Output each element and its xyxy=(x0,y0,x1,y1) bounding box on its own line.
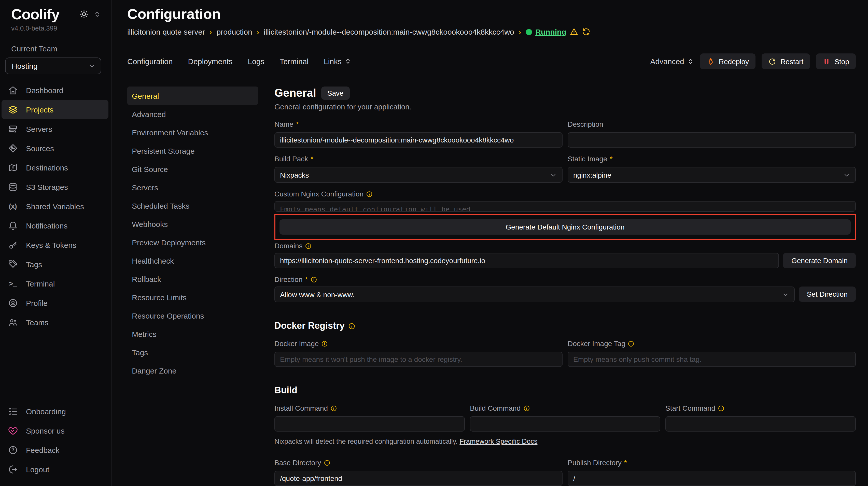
breadcrumb-environment[interactable]: production xyxy=(217,28,252,36)
build-pack-select[interactable]: Nixpacks xyxy=(274,167,562,183)
info-icon[interactable] xyxy=(310,276,317,283)
info-icon[interactable] xyxy=(324,459,331,466)
sidebar-item-profile[interactable]: Profile xyxy=(2,293,108,313)
stop-button[interactable]: Stop xyxy=(816,54,856,69)
sidebar-item-shared-variables[interactable]: (x) Shared Variables xyxy=(2,196,108,216)
layers-icon xyxy=(8,105,18,114)
subnav-healthcheck[interactable]: Healthcheck xyxy=(127,251,258,270)
sidebar-item-onboarding[interactable]: Onboarding xyxy=(2,401,108,421)
domains-input[interactable] xyxy=(274,253,779,268)
status-badge[interactable]: Running xyxy=(535,28,566,36)
user-circle-icon xyxy=(8,298,18,307)
advanced-menu[interactable]: Advanced xyxy=(650,57,694,66)
subnav-persistent-storage[interactable]: Persistent Storage xyxy=(127,141,258,160)
breadcrumb-project[interactable]: illicitonion quote server xyxy=(127,28,205,36)
current-team-label: Current Team xyxy=(0,44,111,53)
direction-select[interactable]: Allow www & non-www. xyxy=(274,287,795,302)
restart-button[interactable]: Restart xyxy=(762,54,810,69)
subnav-rollback[interactable]: Rollback xyxy=(127,270,258,288)
tab-logs[interactable]: Logs xyxy=(248,57,265,66)
sidebar-collapse-icon[interactable] xyxy=(94,11,101,18)
direction-value: Allow www & non-www. xyxy=(280,290,354,298)
framework-docs-link[interactable]: Framework Specific Docs xyxy=(460,438,537,445)
subnav-environment-variables[interactable]: Environment Variables xyxy=(127,123,258,141)
section-heading-general: General xyxy=(274,87,316,100)
set-direction-button[interactable]: Set Direction xyxy=(799,287,856,302)
info-icon[interactable] xyxy=(348,322,355,329)
name-input[interactable] xyxy=(274,132,562,148)
redeploy-button[interactable]: Redeploy xyxy=(700,54,755,69)
warning-icon[interactable] xyxy=(570,28,579,36)
domains-label: Domains xyxy=(274,242,303,250)
subnav-advanced[interactable]: Advanced xyxy=(127,105,258,123)
info-icon[interactable] xyxy=(321,340,328,347)
subnav-general[interactable]: General xyxy=(127,87,258,105)
refresh-icon[interactable] xyxy=(582,28,591,36)
main-area: Configuration illicitonion quote server … xyxy=(112,0,868,486)
generate-domain-button[interactable]: Generate Domain xyxy=(783,253,856,268)
theme-sun-icon[interactable] xyxy=(80,10,89,19)
advanced-label: Advanced xyxy=(650,57,684,66)
checklist-icon xyxy=(8,407,18,416)
start-command-input[interactable] xyxy=(665,416,856,431)
subnav-resource-limits[interactable]: Resource Limits xyxy=(127,288,258,306)
info-icon[interactable] xyxy=(523,405,530,412)
sidebar-item-destinations[interactable]: Destinations xyxy=(2,158,108,177)
info-icon[interactable] xyxy=(305,242,312,249)
sidebar-item-tags[interactable]: Tags xyxy=(2,254,108,274)
sidebar-item-keys-tokens[interactable]: Keys & Tokens xyxy=(2,235,108,254)
info-icon[interactable] xyxy=(331,405,337,412)
subnav-servers[interactable]: Servers xyxy=(127,178,258,196)
git-source-icon xyxy=(8,143,18,153)
subnav-metrics[interactable]: Metrics xyxy=(127,325,258,343)
subnav-resource-operations[interactable]: Resource Operations xyxy=(127,306,258,325)
tab-terminal[interactable]: Terminal xyxy=(280,57,309,66)
base-directory-input[interactable] xyxy=(274,471,562,486)
subnav-scheduled-tasks[interactable]: Scheduled Tasks xyxy=(127,196,258,215)
docker-image-tag-input[interactable] xyxy=(568,352,856,367)
sidebar-item-servers[interactable]: Servers xyxy=(2,119,108,138)
server-icon xyxy=(8,124,18,134)
save-button[interactable]: Save xyxy=(321,87,350,100)
heart-icon xyxy=(8,426,18,435)
sidebar-item-label: Projects xyxy=(26,105,54,114)
subnav-git-source[interactable]: Git Source xyxy=(127,160,258,178)
sidebar-item-logout[interactable]: Logout xyxy=(2,459,108,479)
subnav-webhooks[interactable]: Webhooks xyxy=(127,215,258,233)
sidebar-item-dashboard[interactable]: Dashboard xyxy=(2,80,108,100)
sidebar-item-feedback[interactable]: Feedback xyxy=(2,440,108,459)
sidebar-item-sponsor-us[interactable]: Sponsor us xyxy=(2,421,108,440)
info-icon[interactable] xyxy=(628,340,634,347)
subnav-danger-zone[interactable]: Danger Zone xyxy=(127,361,258,380)
subnav-preview-deployments[interactable]: Preview Deployments xyxy=(127,233,258,251)
sidebar-item-notifications[interactable]: Notifications xyxy=(2,216,108,235)
sidebar-item-sources[interactable]: Sources xyxy=(2,138,108,158)
sidebar-item-teams[interactable]: Teams xyxy=(2,313,108,332)
action-bar: Advanced Redeploy Restart Stop xyxy=(650,54,856,69)
description-input[interactable] xyxy=(568,132,856,148)
page-title: Configuration xyxy=(127,4,856,25)
sidebar-item-label: Feedback xyxy=(26,446,60,454)
sidebar-item-terminal[interactable]: >_ Terminal xyxy=(2,274,108,293)
info-icon[interactable] xyxy=(718,405,724,412)
redeploy-label: Redeploy xyxy=(719,57,749,65)
nginx-config-textarea[interactable] xyxy=(274,201,856,212)
team-select[interactable]: Hosting xyxy=(5,58,101,74)
subnav-tags[interactable]: Tags xyxy=(127,343,258,361)
generate-nginx-config-button[interactable]: Generate Default Nginx Configuration xyxy=(279,219,851,235)
sidebar-item-label: Shared Variables xyxy=(26,202,84,210)
publish-directory-input[interactable] xyxy=(568,471,856,486)
build-command-input[interactable] xyxy=(470,416,660,431)
tab-configuration[interactable]: Configuration xyxy=(127,57,173,66)
sidebar-item-s3-storages[interactable]: S3 Storages xyxy=(2,177,108,196)
static-image-value: nginx:alpine xyxy=(573,171,611,179)
info-icon[interactable] xyxy=(366,191,373,197)
tab-links[interactable]: Links xyxy=(324,57,351,66)
sidebar-item-projects[interactable]: Projects xyxy=(2,100,108,119)
static-image-select[interactable]: nginx:alpine xyxy=(568,167,856,183)
tab-deployments[interactable]: Deployments xyxy=(188,57,232,66)
docker-image-input[interactable] xyxy=(274,352,562,367)
sidebar-item-label: Servers xyxy=(26,124,52,133)
install-command-input[interactable] xyxy=(274,416,465,431)
breadcrumb-resource[interactable]: illicitestonion/-module--decomposition:m… xyxy=(264,28,514,36)
